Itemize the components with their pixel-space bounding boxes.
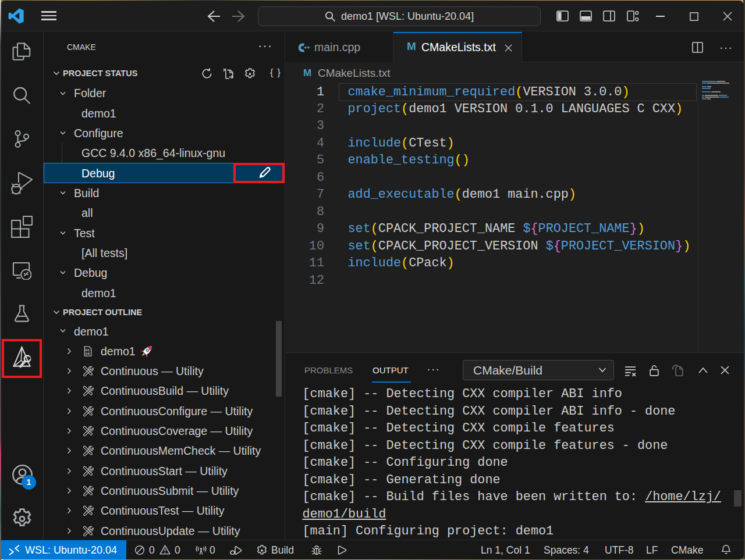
svg-text:10: 10 [85,352,90,356]
